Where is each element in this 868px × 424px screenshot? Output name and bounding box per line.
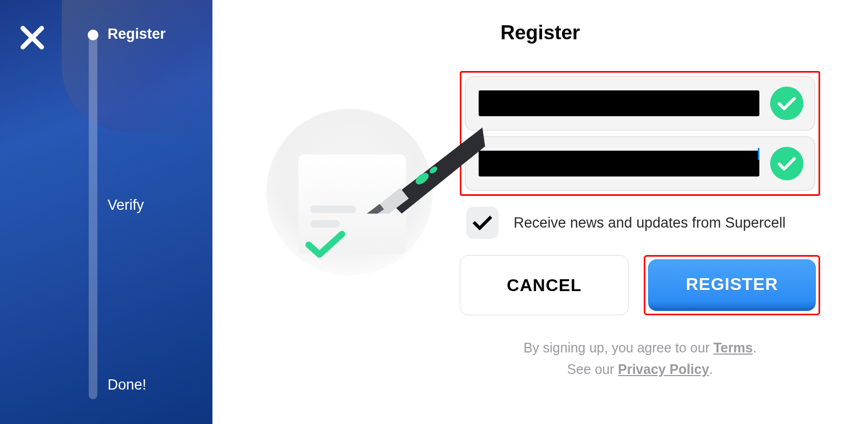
terms-link[interactable]: Terms [713,340,752,355]
step-register: Register [108,26,166,43]
checkmark-icon [777,96,796,111]
content-row: Receive news and updates from Supercell … [245,71,836,380]
cancel-button[interactable]: CANCEL [460,255,629,315]
page-title: Register [245,22,836,44]
annotation-highlight-register: REGISTER [644,255,820,315]
close-icon [19,24,46,51]
checkmark-icon [473,215,492,230]
register-button-label: REGISTER [686,274,778,294]
email-input-value-redacted [479,90,759,116]
legal-text: By signing up, you agree to our Terms. S… [460,337,820,380]
confirm-email-input-value-redacted [479,151,759,176]
text-caret [758,148,759,160]
checkmark-icon [777,156,796,171]
register-illustration [266,109,433,275]
register-button[interactable]: REGISTER [648,259,816,311]
valid-badge [770,147,803,180]
progress-current-dot [88,30,98,40]
sidebar: Register Verify Done! [0,0,212,424]
sidebar-bg-art [62,0,212,132]
confirm-email-field[interactable] [465,136,815,191]
step-done: Done! [108,377,146,393]
cancel-button-label: CANCEL [507,275,581,295]
progress-track [89,33,97,399]
privacy-link[interactable]: Privacy Policy [618,362,709,377]
email-field[interactable] [465,76,815,131]
step-verify: Verify [108,197,144,214]
form-column: Receive news and updates from Supercell … [460,71,820,380]
valid-badge [770,87,803,120]
main-panel: Register [212,0,868,424]
annotation-highlight-inputs [460,71,820,196]
button-row: CANCEL REGISTER [460,255,820,315]
close-button[interactable] [19,24,46,51]
pen-icon [351,128,485,214]
newsletter-checkbox-label: Receive news and updates from Supercell [514,215,786,231]
checkmark-icon [305,230,346,259]
newsletter-checkbox-row: Receive news and updates from Supercell [466,207,820,239]
